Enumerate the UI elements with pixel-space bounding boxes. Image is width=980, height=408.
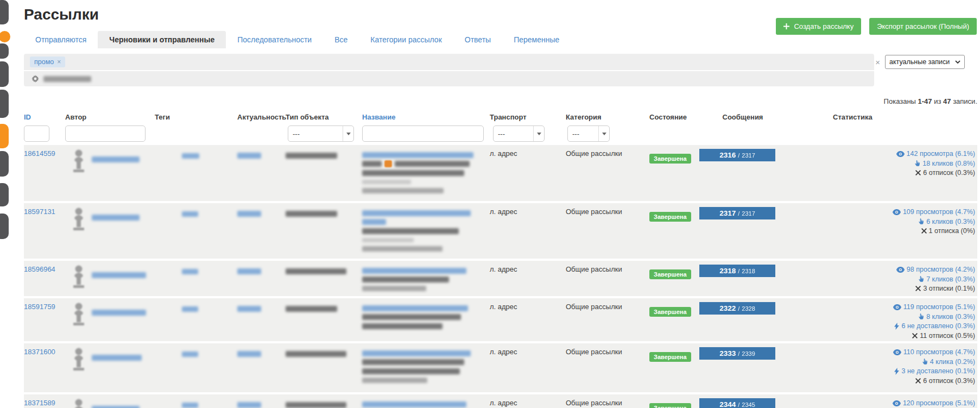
mailing-title-link-redacted[interactable] xyxy=(362,350,471,356)
tab-drafts-and-sent[interactable]: Черновики и отправленные xyxy=(98,31,226,48)
mailing-id-link[interactable]: 18614559 xyxy=(24,149,55,158)
author-avatar[interactable] xyxy=(71,265,87,290)
stat-line: 119 просмотров (5.1%) xyxy=(893,303,975,311)
author-link-redacted[interactable] xyxy=(92,272,146,278)
edge-toolbar-item[interactable] xyxy=(0,43,9,59)
messages-total: 2339 xyxy=(742,350,755,357)
name-cell xyxy=(362,261,490,296)
author-avatar[interactable] xyxy=(71,208,87,233)
edge-toolbar-item[interactable] xyxy=(0,90,9,118)
category-value: Общие рассылки xyxy=(566,348,622,356)
stat-line: 98 просмотров (4.2%) xyxy=(896,265,975,274)
messages-sent: 2317 xyxy=(719,209,736,217)
actuality-link-redacted[interactable] xyxy=(237,351,261,357)
author-link-redacted[interactable] xyxy=(92,310,146,316)
table-row: 18597131 л. адрес Общие рассылки Заверше… xyxy=(24,203,977,259)
category-value: Общие рассылки xyxy=(566,265,622,273)
click-icon xyxy=(922,358,928,365)
edge-toolbar-item[interactable] xyxy=(0,151,9,177)
object-type-redacted xyxy=(286,211,337,217)
mailing-title-link-redacted[interactable] xyxy=(362,401,466,407)
secondary-filter-bar[interactable] xyxy=(24,71,874,86)
actuality-link-redacted[interactable] xyxy=(237,402,261,408)
filter-side-controls: × актуальные записи xyxy=(875,55,965,69)
mailing-title-link-redacted[interactable] xyxy=(362,152,473,158)
clear-filter-icon[interactable]: × xyxy=(875,58,880,67)
toolbar: Создать рассылку Экспорт рассылок (Полны… xyxy=(776,18,977,35)
object-type-redacted xyxy=(286,351,346,357)
object-type-redacted xyxy=(286,268,346,274)
tab-replies[interactable]: Ответы xyxy=(453,31,502,48)
tag-link-redacted[interactable] xyxy=(182,211,198,217)
filter-area: промо × × актуальные записи xyxy=(24,54,977,86)
author-filter-input[interactable] xyxy=(65,125,146,142)
edge-toolbar-item-orange[interactable] xyxy=(0,124,9,148)
messages-sent: 2316 xyxy=(719,151,736,159)
mailing-snippet-redacted xyxy=(362,323,442,329)
name-filter-input[interactable] xyxy=(362,125,484,142)
transport-value: л. адрес xyxy=(490,149,517,158)
export-mailings-button[interactable]: Экспорт рассылок (Полный) xyxy=(869,18,977,35)
filter-tag-promo[interactable]: промо × xyxy=(30,57,65,67)
tag-link-redacted[interactable] xyxy=(182,403,198,408)
author-link-redacted[interactable] xyxy=(92,215,140,221)
id-filter-input[interactable] xyxy=(24,125,49,142)
author-link-redacted[interactable] xyxy=(92,355,142,361)
actuality-link-redacted[interactable] xyxy=(237,306,261,312)
edge-toolbar-item[interactable] xyxy=(0,214,9,239)
tag-filter-bar[interactable]: промо × xyxy=(24,54,874,70)
messages-sent: 2322 xyxy=(719,304,736,312)
stat-line: 6 не доставлено (0.3%) xyxy=(894,322,975,330)
stat-line: 3 не доставлено (0.1%) xyxy=(894,367,975,375)
actuality-link-redacted[interactable] xyxy=(237,153,261,159)
remove-tag-icon[interactable]: × xyxy=(57,58,61,66)
column-header-author: Автор xyxy=(65,111,155,121)
edge-toolbar-item[interactable] xyxy=(0,183,9,206)
author-avatar[interactable] xyxy=(71,149,87,174)
messages-progress-bar: 2316/2317 xyxy=(699,149,775,161)
messages-sent: 2318 xyxy=(719,267,736,275)
object-type-filter-select[interactable]: --- xyxy=(288,125,354,142)
edge-toolbar-item[interactable] xyxy=(0,0,9,24)
status-badge: Завершена xyxy=(649,352,691,362)
status-badge: Завершена xyxy=(649,307,691,317)
column-header-name[interactable]: Название xyxy=(362,111,490,121)
actuality-link-redacted[interactable] xyxy=(237,268,261,274)
mailing-id-link[interactable]: 18371589 xyxy=(24,399,55,407)
tab-sequences[interactable]: Последовательности xyxy=(226,31,323,48)
category-filter-select[interactable]: --- xyxy=(567,125,610,142)
mailing-id-link[interactable]: 18591759 xyxy=(24,303,55,311)
tag-link-redacted[interactable] xyxy=(182,153,199,159)
transport-filter-select[interactable]: --- xyxy=(493,125,545,142)
tab-all[interactable]: Все xyxy=(323,31,359,48)
author-avatar[interactable] xyxy=(71,399,87,408)
column-header-id[interactable]: ID xyxy=(24,111,65,121)
table-row: 18591759 л. адрес Общие рассылки Заверше… xyxy=(24,298,977,341)
tag-link-redacted[interactable] xyxy=(182,351,198,357)
tag-link-redacted[interactable] xyxy=(182,306,198,312)
tab-variables[interactable]: Переменные xyxy=(502,31,571,48)
gear-icon xyxy=(31,75,39,83)
mailing-title-link-redacted[interactable] xyxy=(362,268,466,274)
edge-toolbar-item[interactable] xyxy=(0,61,9,87)
records-summary: Показаны 1-47 из 47 записи. xyxy=(24,97,977,105)
author-avatar[interactable] xyxy=(71,303,87,328)
author-link-redacted[interactable] xyxy=(92,406,140,408)
mailing-id-link[interactable]: 18371600 xyxy=(24,348,55,356)
messages-total: 2328 xyxy=(742,305,755,312)
tag-link-redacted[interactable] xyxy=(182,269,198,274)
create-mailing-button[interactable]: Создать рассылку xyxy=(776,18,861,35)
actuality-link-redacted[interactable] xyxy=(237,211,261,217)
mailing-title-link-redacted[interactable] xyxy=(362,305,468,311)
author-link-redacted[interactable] xyxy=(92,156,140,162)
author-avatar[interactable] xyxy=(71,348,87,373)
mailing-id-link[interactable]: 18597131 xyxy=(24,208,55,216)
records-scope-select[interactable]: актуальные записи xyxy=(885,55,965,69)
mailing-title-link-redacted[interactable] xyxy=(362,210,471,216)
tab-sending[interactable]: Отправляются xyxy=(24,31,98,48)
column-header-messages: Сообщения xyxy=(699,111,786,121)
mailing-id-link[interactable]: 18596964 xyxy=(24,265,55,273)
click-icon xyxy=(918,218,924,225)
messages-progress-bar: 2322/2328 xyxy=(699,302,775,315)
tab-mailing-categories[interactable]: Категории рассылок xyxy=(359,31,453,48)
